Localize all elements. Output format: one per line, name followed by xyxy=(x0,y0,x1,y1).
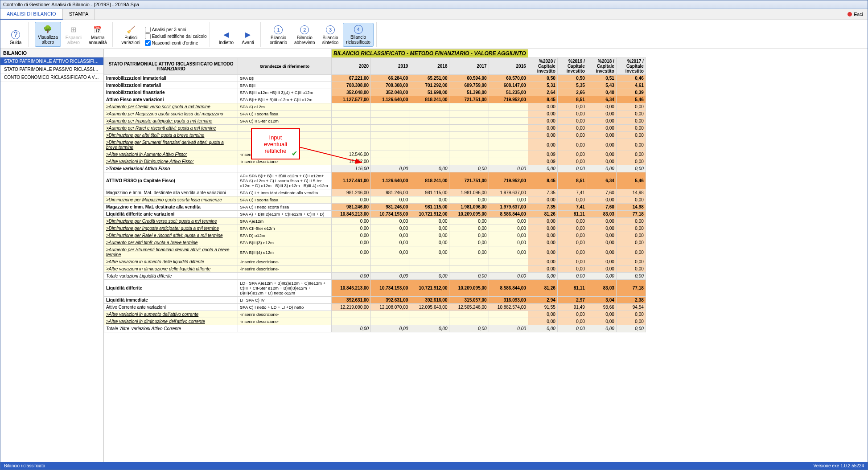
table-row[interactable]: >Altre variazioni in diminuzione dell'at… xyxy=(104,318,646,325)
cell-value[interactable]: 0,00 xyxy=(410,225,449,232)
cell-value[interactable]: 0,00 xyxy=(489,165,528,172)
cell-value[interactable]: 608.147,00 xyxy=(489,82,528,89)
cell-value[interactable]: 1.126.640,00 xyxy=(371,96,410,103)
cell-value[interactable] xyxy=(489,125,528,132)
table-row[interactable]: Magazzino e Imm. Mat. destinate alla ven… xyxy=(104,204,646,211)
table-row[interactable]: >Diminuzione per Ratei e risconti attivi… xyxy=(104,232,646,239)
table-row[interactable]: >Diminuzione per Imposte anticipate: quo… xyxy=(104,225,646,232)
cell-value[interactable] xyxy=(371,311,410,318)
cell-value[interactable] xyxy=(410,118,449,125)
cell-value[interactable]: 719.952,00 xyxy=(489,172,528,189)
cell-value[interactable]: 1.981.096,00 xyxy=(449,204,489,211)
cell-value[interactable]: 0,00 xyxy=(332,225,371,232)
cell-value[interactable]: 10.734.193,00 xyxy=(371,280,410,297)
bilancio-sintetico-button[interactable]: 3Bilancio sintetico xyxy=(320,24,341,47)
cell-value[interactable]: 8.586.844,00 xyxy=(489,211,528,218)
cell-value[interactable]: 721.751,00 xyxy=(449,96,489,103)
exit-button[interactable]: Esci xyxy=(843,9,868,20)
cell-value[interactable]: 0,00 xyxy=(371,325,410,332)
cell-value[interactable] xyxy=(410,158,449,165)
cell-value[interactable] xyxy=(332,258,371,266)
cell-value[interactable]: 0,00 xyxy=(371,232,410,239)
table-row[interactable]: >Aumento per Magazzino quota scorta fiss… xyxy=(104,110,646,118)
cell-value[interactable] xyxy=(371,266,410,273)
cell-value[interactable]: 0,00 xyxy=(332,239,371,246)
cell-value[interactable] xyxy=(332,103,371,110)
cell-value[interactable] xyxy=(410,110,449,118)
cell-value[interactable]: 0,00 xyxy=(489,246,528,258)
cell-value[interactable]: 0,00 xyxy=(410,325,449,332)
chk-hide[interactable]: Nascondi conti d'ordine xyxy=(145,40,207,46)
cell-value[interactable]: 0,00 xyxy=(449,218,489,225)
cell-value[interactable]: -116,00 xyxy=(332,165,371,172)
table-row[interactable]: Magazzino e Imm. Mat. destinate alla ven… xyxy=(104,189,646,196)
cell-value[interactable]: 392.631,00 xyxy=(332,297,371,304)
cell-value[interactable] xyxy=(489,151,528,158)
table-row[interactable]: >Diminuzione per Magazzino quota scorta … xyxy=(104,196,646,204)
cell-value[interactable]: 0,00 xyxy=(449,325,489,332)
cell-value[interactable] xyxy=(489,158,528,165)
cell-value[interactable]: 10.882.574,00 xyxy=(489,304,528,311)
cell-value[interactable]: 981.115,00 xyxy=(410,189,449,196)
cell-value[interactable]: 981.246,00 xyxy=(332,204,371,211)
cell-value[interactable]: 708.308,00 xyxy=(332,82,371,89)
cell-value[interactable]: 65.251,00 xyxy=(410,75,449,82)
cell-value[interactable] xyxy=(449,103,489,110)
cell-value[interactable] xyxy=(489,118,528,125)
cell-value[interactable]: 0,00 xyxy=(332,232,371,239)
cell-value[interactable]: 981.246,00 xyxy=(371,204,410,211)
cell-value[interactable]: 315.057,00 xyxy=(449,297,489,304)
cell-value[interactable]: 12.505.248,00 xyxy=(449,304,489,311)
cell-value[interactable]: 0,00 xyxy=(371,225,410,232)
chk-exclude-input[interactable] xyxy=(145,33,151,39)
chk-hide-input[interactable] xyxy=(145,40,151,46)
tab-analisi[interactable]: ANALISI DI BILANCIO xyxy=(0,9,63,20)
table-row[interactable]: >Altre variazioni in Aumento Attivo Fiss… xyxy=(104,151,646,158)
cell-value[interactable]: 0,00 xyxy=(489,325,528,332)
table-row[interactable]: >Altre variazioni in Diminuzione Attivo … xyxy=(104,158,646,165)
cell-value[interactable]: 1.126.640,00 xyxy=(371,172,410,189)
table-row[interactable]: >Diminuzione per altri titoli: quota a b… xyxy=(104,132,646,139)
table-row[interactable]: Liquidità immediateLI=SPA C) IV392.631,0… xyxy=(104,297,646,304)
view-tree-button[interactable]: 🌳Visualizza albero xyxy=(35,22,61,47)
help-button[interactable]: ?Guida xyxy=(6,29,25,47)
cell-value[interactable] xyxy=(371,110,410,118)
cell-value[interactable]: 12.219.090,00 xyxy=(332,304,371,311)
cell-value[interactable]: 981.115,00 xyxy=(410,204,449,211)
cell-value[interactable]: 708.308,00 xyxy=(371,82,410,89)
cell-value[interactable] xyxy=(371,125,410,132)
cell-value[interactable] xyxy=(449,118,489,125)
table-row[interactable]: >Altre variazioni in diminuzione delle l… xyxy=(104,266,646,273)
grid-area[interactable]: Input eventuali rettifiche ✔ BILANCIO RI… xyxy=(104,49,868,462)
cell-value[interactable]: 0,00 xyxy=(332,246,371,258)
sidebar-item-attivo[interactable]: STATO PATRIMONIALE ATTIVO RICLASSIFICATO… xyxy=(0,57,103,65)
cell-value[interactable]: 51.398,00 xyxy=(449,89,489,96)
cell-value[interactable]: 0,00 xyxy=(489,273,528,280)
cell-value[interactable]: 0,00 xyxy=(371,196,410,204)
cell-value[interactable] xyxy=(449,311,489,318)
cell-value[interactable] xyxy=(332,318,371,325)
cell-value[interactable] xyxy=(371,158,410,165)
cell-value[interactable] xyxy=(410,103,449,110)
back-button[interactable]: ◀Indietro xyxy=(216,28,236,47)
cell-value[interactable]: 0,00 xyxy=(371,165,410,172)
cell-value[interactable] xyxy=(410,125,449,132)
cell-value[interactable] xyxy=(449,158,489,165)
cell-value[interactable]: 981.246,00 xyxy=(371,189,410,196)
table-row[interactable]: >Aumento per Ratei e risconti attivi: qu… xyxy=(104,125,646,132)
cell-value[interactable] xyxy=(410,139,449,151)
cell-value[interactable]: 818.241,00 xyxy=(410,96,449,103)
cell-value[interactable]: 0,00 xyxy=(410,246,449,258)
table-row[interactable]: Immobilizzazioni materialiSPA B)II708.30… xyxy=(104,82,646,89)
cell-value[interactable]: 609.759,00 xyxy=(449,82,489,89)
cell-value[interactable] xyxy=(332,311,371,318)
cell-value[interactable]: 0,00 xyxy=(371,218,410,225)
cell-value[interactable] xyxy=(371,258,410,266)
cell-value[interactable] xyxy=(410,311,449,318)
cell-value[interactable]: 0,00 xyxy=(489,239,528,246)
cell-value[interactable] xyxy=(489,258,528,266)
cell-value[interactable]: 818.241,00 xyxy=(410,172,449,189)
cell-value[interactable] xyxy=(449,258,489,266)
tab-stampa[interactable]: STAMPA xyxy=(63,9,95,20)
cell-value[interactable] xyxy=(332,132,371,139)
